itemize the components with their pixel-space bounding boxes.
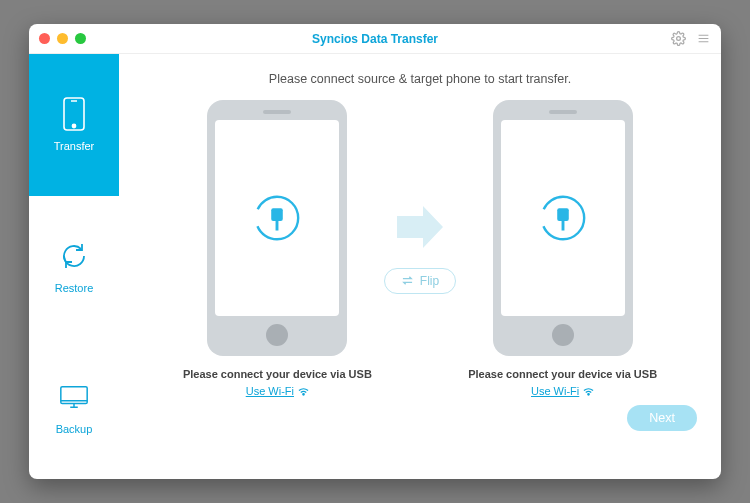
gear-icon[interactable] xyxy=(671,31,686,46)
phone-illustration xyxy=(207,100,347,356)
menu-icon[interactable] xyxy=(696,31,711,46)
target-device-panel: Please connect your device via USB Use W… xyxy=(468,100,657,397)
usb-plug-icon xyxy=(251,192,303,244)
target-wifi-link[interactable]: Use Wi-Fi xyxy=(531,385,594,397)
svg-rect-12 xyxy=(272,208,284,221)
sidebar-item-label: Backup xyxy=(56,423,93,435)
svg-point-14 xyxy=(303,393,304,394)
wifi-icon xyxy=(583,387,594,396)
app-title: Syncios Data Transfer xyxy=(29,32,721,46)
sidebar-item-transfer[interactable]: Transfer xyxy=(29,54,119,196)
wifi-icon xyxy=(298,387,309,396)
sidebar-item-restore[interactable]: Restore xyxy=(29,196,119,338)
svg-point-5 xyxy=(72,124,75,127)
sidebar: Transfer Restore Backup xyxy=(29,54,119,479)
svg-point-18 xyxy=(588,393,589,394)
app-window: Syncios Data Transfer Transfer Restor xyxy=(29,24,721,479)
titlebar: Syncios Data Transfer xyxy=(29,24,721,54)
restore-icon xyxy=(58,240,90,272)
backup-icon xyxy=(58,381,90,413)
source-wifi-link[interactable]: Use Wi-Fi xyxy=(246,385,309,397)
next-button[interactable]: Next xyxy=(627,405,697,431)
source-device-panel: Please connect your device via USB Use W… xyxy=(183,100,372,397)
target-status: Please connect your device via USB xyxy=(468,368,657,380)
svg-point-0 xyxy=(677,37,681,41)
phone-icon xyxy=(58,98,90,130)
main-panel: Please connect source & target phone to … xyxy=(119,54,721,479)
svg-rect-16 xyxy=(557,208,569,221)
sidebar-item-backup[interactable]: Backup xyxy=(29,337,119,479)
phone-illustration xyxy=(493,100,633,356)
flip-button[interactable]: Flip xyxy=(384,268,456,294)
swap-icon xyxy=(401,275,414,286)
usb-plug-icon xyxy=(537,192,589,244)
sidebar-item-label: Restore xyxy=(55,282,94,294)
source-status: Please connect your device via USB xyxy=(183,368,372,380)
svg-rect-13 xyxy=(276,221,279,231)
svg-rect-17 xyxy=(561,221,564,231)
sidebar-item-label: Transfer xyxy=(54,140,95,152)
instruction-text: Please connect source & target phone to … xyxy=(269,72,571,86)
transfer-arrow-icon xyxy=(395,204,445,254)
